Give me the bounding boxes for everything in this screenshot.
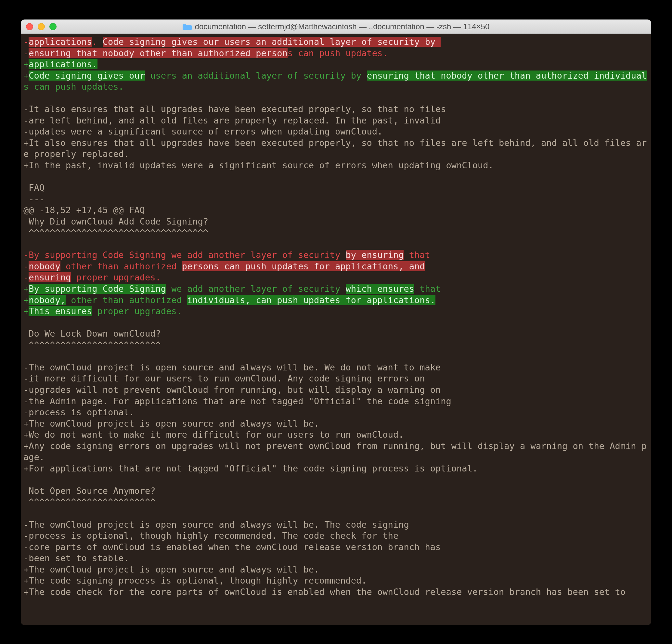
diff-line: -ensuring proper upgrades.	[23, 272, 649, 283]
diff-segment	[23, 171, 28, 182]
diff-line: +Code signing gives our users an additio…	[23, 70, 649, 93]
diff-segment: By supporting Code Signing	[28, 284, 166, 294]
diff-line: ^^^^^^^^^^^^^^^^^^^^^^^^	[23, 497, 649, 508]
diff-line	[23, 317, 649, 329]
window-title-wrap: documentation — settermjd@Matthewacintos…	[25, 22, 647, 31]
diff-line: -upgrades will not prevent ownCloud from…	[23, 384, 649, 396]
diff-line: FAQ	[23, 182, 649, 194]
diff-line: -process is optional, though highly reco…	[23, 530, 649, 542]
diff-segment: ensuring	[28, 272, 71, 282]
diff-segment: persons can push updates for application…	[182, 261, 425, 271]
diff-line: +This ensures proper upgrades.	[23, 306, 649, 317]
diff-segment: proper upgrades.	[71, 272, 160, 282]
diff-segment: +The code signing process is optional, t…	[23, 575, 367, 585]
diff-line	[23, 474, 649, 486]
diff-segment: by ensuring	[346, 250, 404, 260]
diff-segment: -core parts of ownCloud is enabled when …	[23, 542, 441, 552]
diff-segment: +It also ensures that all upgrades have …	[23, 138, 647, 159]
diff-segment: -	[23, 37, 28, 47]
folder-icon	[183, 23, 192, 30]
diff-segment: This ensures	[28, 306, 92, 316]
diff-segment: +We do not want to make it more difficul…	[23, 430, 404, 440]
diff-line: +In the past, invalid updates were a sig…	[23, 160, 649, 171]
diff-segment: applications	[28, 37, 92, 47]
diff-segment	[23, 351, 28, 361]
diff-segment: -it more difficult for our users to run …	[23, 373, 425, 383]
diff-segment: -It also ensures that all upgrades have …	[23, 104, 446, 114]
diff-segment: +For applications that are not tagged "O…	[23, 463, 478, 474]
diff-segment	[23, 318, 28, 327]
diff-segment: Do We Lock Down ownCloud?	[23, 329, 161, 338]
diff-segment: -	[23, 272, 28, 282]
diff-line: -nobody other than authorized persons ca…	[23, 261, 649, 272]
diff-segment: ensuring that nobody other than authoriz…	[367, 71, 647, 81]
diff-line: -the Admin page. For applications that a…	[23, 396, 649, 407]
diff-segment: FAQ	[23, 183, 45, 193]
diff-line: +By supporting Code Signing we add anoth…	[23, 283, 649, 295]
diff-line: Do We Lock Down ownCloud?	[23, 328, 649, 339]
window-title: documentation — settermjd@Matthewacintos…	[195, 22, 490, 31]
diff-segment: s can push updates.	[23, 82, 124, 92]
diff-segment: -the Admin page. For applications that a…	[23, 396, 451, 406]
diff-line	[23, 508, 649, 519]
diff-segment	[23, 93, 28, 103]
diff-line: -been set to stable.	[23, 553, 649, 564]
diff-line: +The ownCloud project is open source and…	[23, 564, 649, 575]
diff-line: +For applications that are not tagged "O…	[23, 463, 649, 474]
diff-segment: individuals, can push updates for applic…	[187, 295, 435, 305]
diff-segment: -updates were a significant source of er…	[23, 127, 383, 136]
diff-segment: +The ownCloud project is open source and…	[23, 564, 319, 574]
diff-segment: +	[23, 71, 28, 81]
maximize-icon[interactable]	[49, 23, 57, 30]
diff-line: +applications.	[23, 59, 649, 70]
diff-segment: -	[23, 48, 28, 58]
diff-line: -The ownCloud project is open source and…	[23, 519, 649, 530]
diff-segment: +	[23, 295, 28, 305]
diff-line: -process is optional.	[23, 407, 649, 418]
close-icon[interactable]	[26, 23, 33, 30]
diff-segment: -The ownCloud project is open source and…	[23, 520, 409, 529]
diff-segment: .	[92, 37, 103, 47]
diff-line: ---	[23, 194, 649, 205]
diff-line: Why Did ownCloud Add Code Signing?	[23, 216, 649, 227]
minimize-icon[interactable]	[38, 23, 45, 30]
diff-segment: -	[23, 250, 28, 260]
titlebar[interactable]: documentation — settermjd@Matthewacintos…	[21, 20, 651, 34]
diff-line: Not Open Source Anymore?	[23, 486, 649, 497]
diff-line: -updates were a significant source of er…	[23, 126, 649, 138]
diff-segment: +	[23, 59, 28, 69]
diff-line: +We do not want to make it more difficul…	[23, 429, 649, 441]
traffic-lights	[26, 23, 57, 30]
diff-segment: s can push updates.	[288, 48, 388, 58]
diff-segment: nobody,	[28, 295, 65, 305]
diff-segment: ^^^^^^^^^^^^^^^^^^^^^^^^	[23, 497, 155, 507]
diff-segment: users an additional layer of security by	[145, 71, 367, 81]
diff-segment: Code signing gives our users an addition…	[103, 37, 441, 47]
diff-segment: Why Did ownCloud Add Code Signing?	[23, 216, 208, 226]
terminal-body[interactable]: -applications. Code signing gives our us…	[21, 34, 651, 625]
diff-segment: -process is optional, though highly reco…	[23, 530, 398, 541]
diff-segment: -The ownCloud project is open source and…	[23, 362, 441, 372]
diff-segment: -process is optional.	[23, 407, 134, 417]
diff-segment: we add another layer of security	[166, 284, 346, 294]
diff-segment: +The ownCloud project is open source and…	[23, 418, 319, 429]
diff-segment: -are left behind, and all old files are …	[23, 115, 441, 126]
diff-segment: @@ -18,52 +17,45 @@ FAQ	[23, 205, 145, 215]
diff-segment: applications.	[28, 59, 97, 69]
diff-segment: -upgrades will not prevent ownCloud from…	[23, 385, 441, 395]
diff-segment: +In the past, invalid updates were a sig…	[23, 160, 494, 170]
diff-line	[23, 238, 649, 250]
diff-segment: that	[404, 250, 430, 260]
diff-segment: +The code check for the core parts of ow…	[23, 587, 625, 597]
diff-segment: ^^^^^^^^^^^^^^^^^^^^^^^^^	[23, 340, 161, 350]
diff-segment: nobody	[28, 261, 60, 271]
diff-line: -The ownCloud project is open source and…	[23, 362, 649, 373]
diff-segment: that	[414, 284, 441, 294]
diff-line: ^^^^^^^^^^^^^^^^^^^^^^^^^^^^^^^^^^	[23, 227, 649, 238]
diff-segment: -	[23, 261, 28, 271]
diff-line: +nobody, other than authorized individua…	[23, 295, 649, 306]
diff-line: -By supporting Code Signing we add anoth…	[23, 250, 649, 261]
diff-line: -It also ensures that all upgrades have …	[23, 104, 649, 115]
diff-line: -ensuring that nobody other than authori…	[23, 48, 649, 59]
diff-segment: ---	[23, 194, 45, 204]
